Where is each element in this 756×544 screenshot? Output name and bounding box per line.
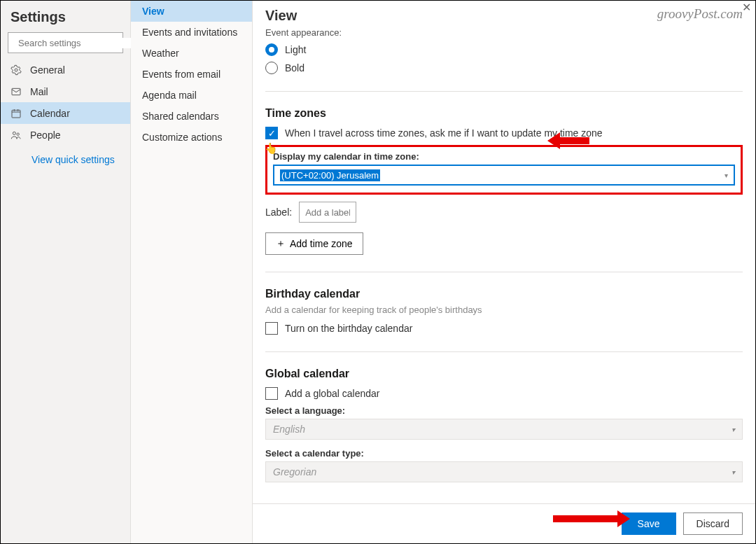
- subnav-item-events-from-email[interactable]: Events from email: [131, 64, 252, 85]
- main-panel: ✕ View groovyPost.com Event appearance: …: [253, 1, 755, 543]
- settings-sidebar: Settings General Mail Calendar People: [1, 1, 131, 543]
- subnav-item-shared-calendars[interactable]: Shared calendars: [131, 106, 252, 127]
- nav-item-people[interactable]: People: [1, 124, 130, 146]
- svg-point-2: [15, 69, 18, 71]
- brand-watermark[interactable]: groovyPost.com: [657, 6, 743, 22]
- nav-label: Mail: [30, 86, 48, 97]
- timezone-highlight-region: Display my calendar in time zone: (UTC+0…: [265, 145, 743, 195]
- birthday-desc: Add a calendar for keeping track of peop…: [265, 305, 743, 315]
- nav-label: Calendar: [30, 108, 70, 119]
- mail-icon: [10, 86, 22, 97]
- language-select: English ▾: [265, 419, 743, 440]
- search-input[interactable]: [18, 38, 136, 48]
- birthday-heading: Birthday calendar: [265, 288, 743, 300]
- chevron-down-icon: ▾: [732, 468, 735, 476]
- search-settings[interactable]: [8, 32, 123, 53]
- tz-label-input[interactable]: [299, 202, 356, 223]
- calendar-type-label: Select a calendar type:: [265, 448, 743, 459]
- subnav-label: Shared calendars: [142, 111, 219, 122]
- main-scroll[interactable]: Event appearance: Light Bold Time zones …: [253, 25, 755, 503]
- gear-icon: [10, 64, 22, 76]
- divider: [265, 91, 743, 92]
- language-value: English: [273, 424, 305, 435]
- radio-icon: [265, 62, 278, 74]
- divider: [265, 351, 743, 352]
- calendar-type-value: Gregorian: [273, 466, 316, 477]
- radio-bold[interactable]: Bold: [265, 62, 743, 74]
- subnav-item-agenda-mail[interactable]: Agenda mail: [131, 85, 252, 106]
- subnav-label: View: [142, 6, 164, 17]
- footer-bar: Save Discard: [253, 503, 755, 543]
- subnav-label: Agenda mail: [142, 90, 197, 101]
- timezone-select[interactable]: (UTC+02:00) Jerusalem ▾: [273, 165, 735, 186]
- subnav-label: Weather: [142, 48, 179, 59]
- language-label: Select a language:: [265, 405, 743, 416]
- nav-item-general[interactable]: General: [1, 59, 130, 81]
- discard-button[interactable]: Discard: [683, 512, 743, 535]
- button-label: Add time zone: [290, 238, 353, 249]
- subnav-item-events-invitations[interactable]: Events and invitations: [131, 22, 252, 43]
- checkbox-label: When I travel across time zones, ask me …: [285, 127, 603, 139]
- subnav-label: Events from email: [142, 69, 220, 80]
- subnav-label: Customize actions: [142, 132, 222, 143]
- save-button[interactable]: Save: [622, 512, 676, 535]
- subnav-item-view[interactable]: View: [131, 1, 252, 22]
- add-timezone-button[interactable]: ＋ Add time zone: [265, 232, 363, 255]
- svg-point-9: [17, 133, 19, 135]
- radio-light[interactable]: Light: [265, 43, 743, 56]
- settings-title: Settings: [1, 8, 130, 32]
- checkbox-icon: [265, 387, 278, 400]
- timezones-heading: Time zones: [265, 107, 743, 120]
- people-icon: [10, 130, 22, 141]
- timezone-value: (UTC+02:00) Jerusalem: [280, 169, 380, 181]
- calendar-subnav: View Events and invitations Weather Even…: [131, 1, 253, 543]
- chevron-down-icon: ▾: [724, 172, 728, 179]
- nav-item-mail[interactable]: Mail: [1, 81, 130, 102]
- global-calendar-checkbox[interactable]: Add a global calendar: [265, 387, 743, 400]
- view-quick-settings-link[interactable]: View quick settings: [1, 146, 130, 165]
- radio-label: Bold: [285, 62, 304, 74]
- display-timezone-label: Display my calendar in time zone:: [273, 151, 735, 162]
- travel-timezone-checkbox[interactable]: ✓ When I travel across time zones, ask m…: [265, 127, 743, 139]
- calendar-type-select: Gregorian ▾: [265, 461, 743, 482]
- global-heading: Global calendar: [265, 368, 743, 380]
- divider: [265, 272, 743, 272]
- nav-label: General: [30, 64, 65, 76]
- tz-label-text: Label:: [265, 207, 292, 218]
- checkbox-label: Turn on the birthday calendar: [285, 323, 412, 334]
- birthday-calendar-checkbox[interactable]: Turn on the birthday calendar: [265, 322, 743, 335]
- subnav-item-customize-actions[interactable]: Customize actions: [131, 127, 252, 148]
- nav-item-calendar[interactable]: Calendar: [1, 102, 130, 124]
- event-appearance-heading: Event appearance:: [265, 27, 743, 38]
- plus-icon: ＋: [276, 237, 286, 250]
- checkbox-icon: [265, 322, 278, 335]
- svg-point-8: [13, 132, 15, 134]
- radio-icon: [265, 43, 278, 56]
- checkbox-label: Add a global calendar: [285, 388, 379, 399]
- panel-title: View: [265, 8, 297, 24]
- calendar-icon: [10, 108, 22, 119]
- radio-label: Light: [285, 44, 306, 55]
- nav-label: People: [30, 130, 61, 141]
- subnav-item-weather[interactable]: Weather: [131, 43, 252, 64]
- subnav-label: Events and invitations: [142, 27, 237, 38]
- chevron-down-icon: ▾: [732, 426, 735, 433]
- close-icon[interactable]: ✕: [742, 1, 751, 14]
- svg-rect-3: [12, 88, 20, 95]
- checkbox-icon: ✓: [265, 127, 278, 139]
- svg-rect-4: [12, 110, 20, 118]
